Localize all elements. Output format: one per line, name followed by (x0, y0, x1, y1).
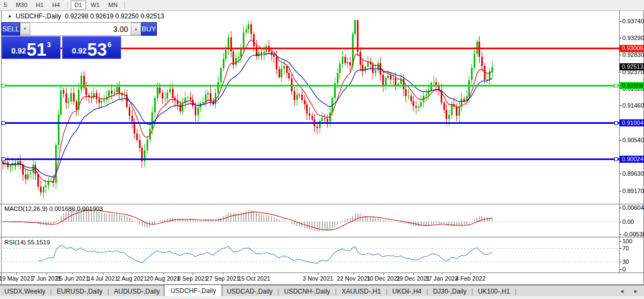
date-label: 2 Aug 2021 (117, 275, 147, 282)
axis-tick-label: 0 (622, 266, 626, 273)
tab-separator: | (472, 288, 473, 295)
price-badge-label: 0.92008 (622, 82, 643, 89)
chart-ohlc-values: 0.92298 0.92619 0.92250 0.92513 (65, 12, 164, 20)
axis-tick-label: 0.006045 (622, 204, 644, 211)
line-handle (614, 121, 618, 124)
toolbar-separator (124, 2, 125, 9)
tab-scroll-left-icon[interactable]: ◄ (619, 288, 625, 294)
line-handle (614, 157, 618, 161)
timeframe-button-MN[interactable]: MN (104, 1, 121, 10)
price-badge-label: 0.90024 (622, 156, 643, 162)
buy-price-point: 6 (108, 41, 111, 49)
tab-usdcad-daily[interactable]: USDCAD-,Daily (222, 287, 277, 296)
tab-separator: | (50, 288, 52, 295)
tab-separator: | (515, 288, 516, 295)
tab-audusd-daily[interactable]: AUDUSD-,Daily (110, 287, 164, 296)
buy-button[interactable]: BUY (141, 22, 157, 36)
axis-tick-label: 0.93290 (622, 35, 644, 41)
timeframe-toolbar: 5M30H1H4D1W1MN (0, 0, 644, 11)
tab-dj30-daily[interactable]: DJ30-,Daily (429, 287, 471, 296)
axis-tick-label: 0.89170 (622, 188, 644, 194)
timeframe-button-H1[interactable]: H1 (32, 1, 48, 10)
macd-label: MACD(12,26,9) 0.001686 0.001903 (4, 205, 103, 212)
buy-price-base: 0.92 (72, 46, 87, 55)
buy-price-pips: 53 (87, 43, 107, 57)
tab-separator: | (335, 288, 337, 295)
sell-price-base: 0.92 (11, 46, 26, 55)
tab-usdcnh-daily[interactable]: USDCNH-,Daily (280, 287, 334, 296)
price-badge-label: 0.92513 (622, 63, 643, 70)
chart-tab-bar: USDX,Weekly|EURUSD-,Daily|AUDUSD-,DailyU… (0, 285, 644, 297)
axis-tick-label: 0.90540 (622, 137, 644, 143)
sell-price-pips: 51 (26, 43, 47, 57)
chart-title-row: ▲ USDCHF-,Daily 0.92298 0.92619 0.92250 … (8, 12, 164, 20)
sell-price-box[interactable]: 0.92 51 3 (2, 36, 61, 59)
timeframe-button-5[interactable]: 5 (0, 1, 11, 10)
buy-price-box[interactable]: 0.92 53 6 (62, 36, 121, 59)
status-strip (0, 296, 644, 299)
axis-tick-label: -0.005383 (622, 231, 644, 237)
date-label: 3 Nov 2021 (303, 275, 333, 282)
timeframe-button-D1[interactable]: D1 (71, 1, 86, 10)
axis-tick-label: 0.92830 (622, 51, 644, 58)
axis-tick-label: 0.00 (622, 218, 634, 225)
axis-tick-label: 0.89630 (622, 170, 644, 177)
tab-usdchf-daily[interactable]: USDCHF-,Daily (164, 284, 222, 297)
date-label: 14 Jul 2021 (88, 275, 118, 282)
tab-separator: | (108, 288, 109, 295)
date-label: 8 Sep 2021 (177, 275, 208, 282)
axis-tick-label: 0.91460 (622, 102, 644, 109)
tab-usdx-weekly[interactable]: USDX,Weekly (0, 287, 50, 296)
tab-separator: | (427, 288, 428, 295)
price-badge-label: 0.93006 (622, 45, 643, 51)
mt4-window: MACD(12,26,9) 0.001686 0.001903RSI(14) 5… (0, 0, 644, 299)
date-label: 27 Sep 2021 (206, 275, 240, 282)
date-label: 4 Feb 2022 (455, 275, 486, 282)
volume-stepper: ▼ ▲ (20, 22, 141, 36)
sell-button[interactable]: SELL (2, 22, 20, 36)
line-handle (2, 121, 5, 124)
axis-tick-label: 0.93740 (622, 18, 644, 24)
tab-uk100-h1[interactable]: UK100-,H1 (474, 287, 514, 296)
line-handle (2, 84, 5, 87)
axis-tick-label: 30 (622, 258, 629, 265)
timeframe-button-H4[interactable]: H4 (49, 1, 64, 10)
tab-separator: | (386, 288, 387, 295)
axis-tick-label: 100 (622, 238, 632, 244)
collapse-arrow-icon[interactable]: ▲ (8, 14, 12, 19)
tab-ukoil-h4[interactable]: UKOil-,H4 (388, 287, 426, 296)
volume-increase-button[interactable]: ▲ (131, 23, 141, 35)
axis-tick-label: 70 (622, 245, 629, 251)
timeframe-button-M30[interactable]: M30 (12, 1, 31, 10)
date-label: 20 Aug 2021 (147, 275, 180, 282)
date-label: 19 May 2021 (0, 275, 34, 282)
volume-decrease-button[interactable]: ▼ (20, 23, 30, 35)
volume-input[interactable] (30, 23, 131, 35)
one-click-trade-panel: SELL ▼ ▲ BUY 0.92 51 3 0.92 53 6 (2, 22, 121, 59)
date-label: 15 Oct 2021 (238, 275, 270, 282)
date-label: 17 Jan 2022 (426, 275, 459, 282)
tab-separator: | (277, 288, 279, 295)
date-label: 25 Jun 2021 (56, 275, 89, 282)
line-handle (2, 157, 5, 161)
date-label: 10 Dec 2021 (367, 275, 400, 282)
tab-xauusd-h1[interactable]: XAUUSD-,H1 (337, 287, 386, 296)
price-badge-label: 0.91004 (622, 119, 643, 126)
timeframe-button-W1[interactable]: W1 (87, 1, 104, 10)
sell-price-point: 3 (47, 41, 51, 49)
chart-symbol-label: USDCHF-,Daily (16, 12, 61, 20)
rsi-label: RSI(14) 55.1519 (4, 239, 50, 245)
tab-scroll-right-icon[interactable]: ► (633, 288, 639, 294)
line-handle (614, 84, 618, 87)
toolbar-separator (67, 2, 68, 9)
tab-eurusd-daily[interactable]: EURUSD-,Daily (52, 287, 107, 296)
date-label: 22 Nov 2021 (337, 275, 370, 282)
tab-scroll-arrows: ◄► (619, 288, 644, 294)
